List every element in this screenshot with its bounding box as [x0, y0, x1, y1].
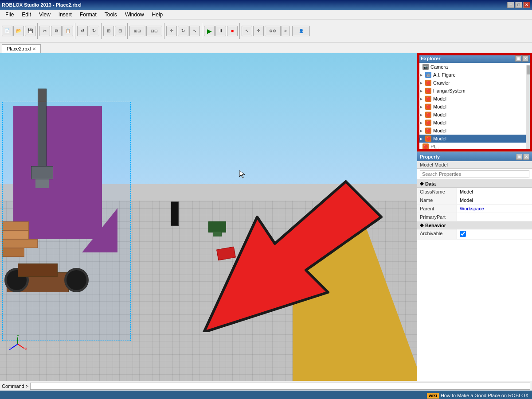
menu-bar: File Edit View Insert Format Tools Windo…	[0, 10, 532, 19]
archivable-checkbox[interactable]	[460, 231, 466, 237]
menu-insert[interactable]: Insert	[55, 11, 75, 19]
menu-help[interactable]: Help	[149, 11, 167, 19]
expand-arrow: ▶	[420, 97, 422, 101]
toolbar-more2[interactable]: »	[282, 26, 289, 36]
model-icon: 🔴	[425, 120, 431, 126]
expand-arrow: ▶	[420, 105, 422, 109]
toolbar-b1[interactable]: ⊞⊞	[129, 26, 145, 36]
tutorial-arrow	[168, 164, 403, 333]
explorer-item-hangarsystem[interactable]: ▶ 🔴 HangarSystem	[418, 87, 531, 95]
menu-window[interactable]: Window	[121, 11, 148, 19]
toolbar-more1[interactable]: ⚙⚙	[265, 26, 281, 36]
toolbar-sep-1	[37, 23, 38, 39]
item-label: Model	[433, 112, 446, 117]
expand-arrow: ▶	[420, 89, 422, 93]
window-close-button[interactable]: ✕	[523, 2, 530, 8]
explorer-item-model3[interactable]: ▶ 🔴 Model	[418, 111, 531, 119]
toolbar-cut[interactable]: ✂	[39, 26, 50, 36]
svg-marker-1	[204, 182, 381, 332]
explorer-header-buttons: ⊞ ✕	[515, 55, 528, 62]
toolbar-copy[interactable]: ⧉	[51, 26, 62, 36]
tab-close-button[interactable]: ✕	[32, 46, 36, 51]
svg-line-2	[18, 344, 24, 349]
toolbar-scale[interactable]: ⤡	[189, 26, 200, 36]
prop-row-primarypart: PrimaryPart	[417, 213, 532, 221]
expand-arrow: ▶	[420, 137, 422, 141]
explorer-close-button[interactable]: ✕	[522, 55, 528, 62]
toolbar-sep-5	[164, 23, 164, 39]
toolbar-redo[interactable]: ↻	[89, 26, 99, 36]
camera-icon: 📷	[422, 64, 429, 70]
toolbar: 📄 📂 💾 ✂ ⧉ 📋 ↺ ↻ ⊞ ⊟ ⊞⊞ ⊟⊟ ✛ ↻ ⤡ ▶ ⏸ ■ ↖ …	[0, 19, 532, 43]
tab-bar: Place2.rbxl ✕	[0, 43, 532, 53]
toolbar-sep-6	[202, 23, 202, 39]
expand-arrow: ▶	[420, 81, 422, 85]
prop-section-data[interactable]: ◆ Data	[417, 180, 532, 188]
item-label: Model	[433, 128, 446, 133]
explorer-item-model5[interactable]: ▶ 🔴 Model	[418, 127, 531, 135]
window-title: ROBLOX Studio 2013 - Place2.rbxl	[2, 2, 82, 8]
menu-view[interactable]: View	[35, 11, 54, 19]
partial-icon: 🔴	[422, 143, 429, 150]
hangarsystem-icon: 🔴	[425, 88, 431, 94]
explorer-list[interactable]: 📷 Camera ▶ 🤖 A.I. Figure ▶ 🔴 Crawler	[418, 63, 531, 151]
toolbar-play[interactable]: ▶	[204, 26, 215, 36]
explorer-item-partial[interactable]: 🔴 Pl...	[418, 143, 531, 151]
properties-float-button[interactable]: ⊞	[516, 154, 522, 160]
explorer-scrollbar[interactable]	[526, 65, 531, 151]
properties-header: Property ⊞ ✕	[417, 152, 532, 161]
minimize-button[interactable]: –	[507, 2, 514, 8]
toolbar-user[interactable]: 👤	[292, 26, 310, 36]
vehicle	[4, 268, 89, 292]
prop-row-classname: ClassName Model	[417, 188, 532, 196]
command-input[interactable]	[30, 383, 530, 390]
expand-arrow: ▶	[420, 113, 422, 117]
maximize-button[interactable]: □	[515, 2, 522, 8]
command-label: Command >	[2, 384, 28, 389]
explorer-item-model-selected[interactable]: ▶ 🔴 Model	[418, 135, 531, 143]
toolbar-new[interactable]: 📄	[2, 26, 12, 36]
tab-place2[interactable]: Place2.rbxl ✕	[2, 44, 41, 53]
toolbar-transform[interactable]: ✛	[253, 26, 264, 36]
prop-value-primarypart[interactable]	[457, 213, 532, 221]
toolbar-open[interactable]: 📂	[13, 26, 24, 36]
properties-close-button[interactable]: ✕	[523, 154, 529, 160]
explorer-item-model2[interactable]: ▶ 🔴 Model	[418, 103, 531, 111]
explorer-item-aifigure[interactable]: ▶ 🤖 A.I. Figure	[418, 71, 531, 79]
toolbar-move[interactable]: ✛	[166, 26, 177, 36]
explorer-header: Explorer ⊞ ✕	[418, 54, 531, 63]
toolbar-undo[interactable]: ↺	[77, 26, 88, 36]
section-label: Data	[425, 181, 436, 186]
viewport[interactable]: X Y Z	[0, 53, 417, 381]
prop-name-archivable: Archivable	[417, 229, 457, 239]
prop-row-name: Name Model	[417, 196, 532, 205]
prop-section-behavior[interactable]: ◆ Behavior	[417, 221, 532, 229]
explorer-float-button[interactable]: ⊞	[515, 55, 521, 62]
toolbar-paste[interactable]: 📋	[63, 26, 73, 36]
menu-tools[interactable]: Tools	[101, 11, 121, 19]
toolbar-rotate[interactable]: ↻	[178, 26, 188, 36]
expand-arrow: ▶	[420, 121, 422, 125]
item-label: Camera	[430, 64, 448, 70]
explorer-item-camera[interactable]: 📷 Camera	[418, 63, 531, 71]
model-icon: 🔴	[425, 104, 431, 110]
explorer-panel: Explorer ⊞ ✕ 📷 Camera ▶ 🤖 A.I. Figure	[417, 53, 532, 151]
toolbar-save[interactable]: 💾	[25, 26, 35, 36]
toolbar-b2[interactable]: ⊟⊟	[146, 26, 162, 36]
explorer-item-crawler[interactable]: ▶ 🔴 Crawler	[418, 79, 531, 87]
menu-format[interactable]: Format	[76, 11, 100, 19]
menu-edit[interactable]: Edit	[18, 11, 35, 19]
explorer-item-model4[interactable]: ▶ 🔴 Model	[418, 119, 531, 127]
toolbar-stop[interactable]: ■	[227, 26, 238, 36]
toolbar-select[interactable]: ↖	[242, 26, 252, 36]
toolbar-pause[interactable]: ⏸	[215, 26, 226, 36]
prop-name-primarypart: PrimaryPart	[417, 213, 457, 221]
search-properties-input[interactable]	[420, 170, 529, 178]
toolbar-ungroup[interactable]: ⊟	[115, 26, 125, 36]
properties-title: Property	[420, 154, 440, 159]
wiki-badge: wiki	[427, 393, 439, 399]
prop-value-parent[interactable]: Workspace	[457, 205, 532, 213]
toolbar-group[interactable]: ⊞	[103, 26, 114, 36]
explorer-item-model1[interactable]: ▶ 🔴 Model	[418, 95, 531, 103]
menu-file[interactable]: File	[2, 11, 17, 19]
